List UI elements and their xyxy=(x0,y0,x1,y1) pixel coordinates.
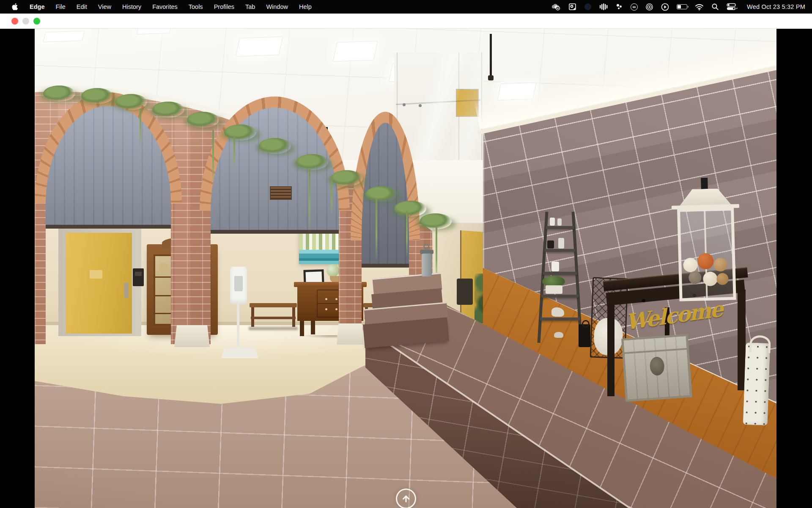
ceiling-light xyxy=(333,41,378,61)
sanitizer-stand-base xyxy=(221,347,258,358)
tour-navigation-up-button[interactable] xyxy=(396,489,416,508)
bird-figurine xyxy=(554,332,563,338)
menu-tab[interactable]: Tab xyxy=(240,0,261,14)
shelf-decor xyxy=(547,240,554,248)
menu-history[interactable]: History xyxy=(117,0,147,14)
window-zoom-button[interactable] xyxy=(33,18,40,25)
ivy-greenery xyxy=(81,88,113,104)
ivy-greenery xyxy=(259,138,291,154)
ivy-strand xyxy=(140,108,141,146)
cloud-sync-off-icon[interactable] xyxy=(547,0,565,14)
radar-icon[interactable] xyxy=(642,0,657,14)
dimmed-app-icon[interactable] xyxy=(580,0,595,14)
ivy-strand xyxy=(309,168,310,232)
menu-help[interactable]: Help xyxy=(294,0,317,14)
shelf-planter xyxy=(546,285,562,294)
ivy-strand xyxy=(331,178,332,216)
bench xyxy=(250,303,297,330)
search-icon[interactable] xyxy=(708,0,723,14)
up-arrow-icon xyxy=(401,493,411,504)
window-title-bar xyxy=(0,14,812,29)
pendant-cable xyxy=(490,34,492,76)
ivy-greenery xyxy=(43,86,75,102)
play-circle-icon[interactable] xyxy=(657,0,673,14)
ivy-strand xyxy=(212,130,214,185)
apple-menu[interactable] xyxy=(6,0,24,14)
menu-bar: Edge File Edit View History Favorites To… xyxy=(0,0,812,14)
ivy-greenery xyxy=(187,112,219,128)
ivy-greenery xyxy=(331,170,363,186)
wifi-icon[interactable] xyxy=(691,0,708,14)
air-vent xyxy=(270,186,292,200)
ivy-greenery xyxy=(115,94,147,110)
shelf-decor xyxy=(558,238,564,248)
ivy-strand xyxy=(376,198,377,262)
scan-window-icon[interactable] xyxy=(565,0,580,14)
ivy-greenery xyxy=(394,201,426,217)
ivy-greenery xyxy=(365,186,398,202)
browser-content-area: Welcome xyxy=(0,29,812,508)
ceiling-light xyxy=(236,36,283,57)
pillar-base xyxy=(337,323,364,345)
pillar-base xyxy=(174,325,210,347)
menu-file[interactable]: File xyxy=(50,0,71,14)
battery-icon[interactable] xyxy=(673,0,691,14)
ivy-greenery xyxy=(152,102,184,118)
ivy-greenery xyxy=(296,154,328,170)
menu-bar-clock[interactable]: Wed Oct 23 5:32 PM xyxy=(742,3,807,10)
creative-cloud-icon[interactable]: ∞ xyxy=(627,0,642,14)
menu-bar-status-area: ∞ xyxy=(547,0,812,14)
small-floor-lantern xyxy=(579,324,590,347)
ivy-greenery xyxy=(224,124,256,141)
app-menu-edge[interactable]: Edge xyxy=(24,0,50,14)
audio-bars-icon[interactable] xyxy=(595,0,612,14)
decorative-lantern xyxy=(671,177,742,304)
menu-tools[interactable]: Tools xyxy=(183,0,208,14)
shelf-decor xyxy=(551,262,559,271)
menu-edit[interactable]: Edit xyxy=(71,0,93,14)
ladder-shelf xyxy=(539,212,581,345)
sanitizer-stand-pole xyxy=(237,304,239,348)
dots-triangle-icon[interactable] xyxy=(612,0,627,14)
ivy-strand xyxy=(406,211,408,257)
window-minimize-button[interactable] xyxy=(22,18,29,25)
ivy-strand xyxy=(233,135,235,169)
menu-profiles[interactable]: Profiles xyxy=(208,0,240,14)
menu-window[interactable]: Window xyxy=(261,0,294,14)
white-container xyxy=(743,342,771,425)
shelf-decor xyxy=(550,218,555,226)
gray-lantern xyxy=(420,246,433,279)
hand-sanitizer-dispenser xyxy=(230,267,247,304)
pointer-cursor-icon xyxy=(736,8,738,9)
ceiling-light xyxy=(43,30,85,42)
shelf-decor xyxy=(557,218,562,226)
dark-planter xyxy=(457,279,473,305)
control-center-icon[interactable] xyxy=(723,0,742,14)
window-close-button[interactable] xyxy=(11,18,18,25)
shelf-horse-figurine xyxy=(551,307,564,317)
menu-view[interactable]: View xyxy=(93,0,117,14)
menu-favorites[interactable]: Favorites xyxy=(147,0,183,14)
left-yellow-door xyxy=(66,233,132,334)
virtual-tour-viewport[interactable]: Welcome xyxy=(35,29,776,508)
wall-mounted-box xyxy=(133,268,144,286)
menu-bar-left: Edge File Edit View History Favorites To… xyxy=(0,0,317,14)
whitewashed-chest xyxy=(621,334,692,402)
